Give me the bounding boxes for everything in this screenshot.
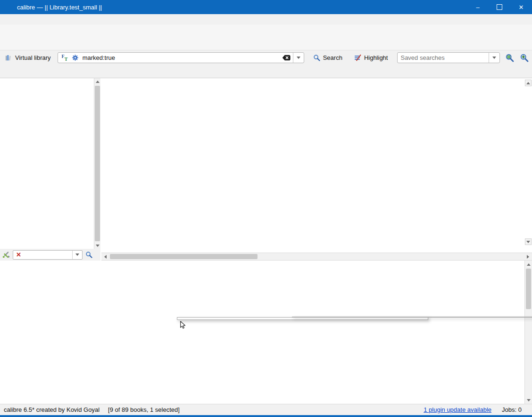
virtual-library-label: Virtual library (15, 54, 51, 61)
window-bottom-border (0, 415, 532, 417)
scrollbar-thumb[interactable] (526, 269, 531, 309)
saved-searches-combo[interactable] (397, 52, 500, 63)
table-scroll-up-icon[interactable] (525, 80, 532, 86)
tag-filter-input[interactable]: ✕ (13, 250, 83, 260)
scroll-up-icon[interactable] (525, 261, 532, 268)
table-scroll-down-icon[interactable] (525, 238, 532, 245)
filter-dropdown[interactable] (72, 251, 82, 259)
minimize-button[interactable]: – (467, 0, 489, 14)
search-icon (313, 54, 321, 62)
virtual-library-tabs (0, 65, 532, 78)
search-history-dropdown[interactable] (293, 53, 304, 63)
book-cover[interactable] (0, 261, 108, 404)
scroll-down-icon[interactable] (94, 242, 100, 249)
hscrollbar-thumb[interactable] (110, 254, 258, 259)
copy-search-button[interactable] (505, 53, 515, 63)
search-box[interactable]: FT (58, 52, 304, 63)
close-button[interactable]: ✕ (510, 0, 532, 14)
details-scrollbar[interactable] (524, 261, 532, 404)
scroll-right-icon[interactable] (524, 253, 532, 260)
plugin-update-link[interactable]: 1 plugin update available (424, 406, 491, 413)
book-count-text: [9 of 89 books, 1 selected] (108, 406, 180, 413)
window-title: calibre — || Library.test_small || (17, 4, 102, 11)
search-row: Virtual library FT Search Highlight (0, 50, 532, 65)
scroll-down-icon[interactable] (525, 397, 532, 403)
tag-browser-scrollbar[interactable] (94, 78, 100, 249)
highlight-button[interactable]: Highlight (351, 53, 391, 63)
svg-text:T: T (64, 57, 67, 62)
clear-search-icon[interactable] (282, 54, 291, 61)
search-input[interactable] (83, 54, 282, 61)
save-search-button[interactable] (519, 53, 529, 63)
book-details-fields (108, 261, 524, 404)
scroll-left-icon[interactable] (101, 253, 109, 260)
title-bar: calibre — || Library.test_small || – ✕ (0, 0, 532, 14)
virtual-library-button[interactable]: Virtual library (3, 53, 53, 63)
saved-searches-dropdown[interactable] (489, 53, 499, 63)
copy-submenu (292, 317, 532, 318)
highlight-icon (354, 54, 362, 62)
svg-text:F: F (61, 54, 64, 59)
saved-searches-input[interactable] (398, 54, 489, 61)
fulltext-search-icon[interactable]: FT (61, 54, 69, 62)
search-options-gear-icon[interactable] (72, 54, 79, 61)
clear-filter-icon[interactable]: ✕ (13, 252, 24, 258)
book-details-panel (0, 261, 532, 404)
version-text: calibre 6.5* created by Kovid Goyal (4, 406, 100, 413)
highlight-button-label: Highlight (364, 54, 388, 61)
calibre-window: calibre — || Library.test_small || – ✕ V… (0, 0, 532, 417)
search-button-label: Search (323, 54, 342, 61)
main-toolbar (0, 25, 532, 50)
app-back-icon (5, 4, 13, 10)
status-bar: calibre 6.5* created by Kovid Goyal [9 o… (0, 404, 532, 415)
book-list (101, 78, 532, 253)
tag-browser-filter-row: ✕ (0, 249, 100, 261)
table-horizontal-scrollbar[interactable] (101, 253, 532, 261)
scroll-up-icon[interactable] (94, 78, 100, 85)
menu-bar (0, 14, 532, 25)
tag-browser-config-icon[interactable] (2, 251, 10, 259)
jobs-indicator[interactable]: Jobs: 0 (502, 406, 522, 413)
tag-browser (0, 78, 100, 249)
mouse-cursor (178, 320, 187, 329)
maximize-button[interactable] (489, 0, 510, 14)
scrollbar-thumb[interactable] (95, 86, 100, 241)
search-button[interactable]: Search (310, 53, 345, 63)
virtual-library-icon (5, 54, 12, 62)
tag-filter-search-icon[interactable] (85, 251, 93, 259)
maximize-icon (497, 4, 502, 10)
